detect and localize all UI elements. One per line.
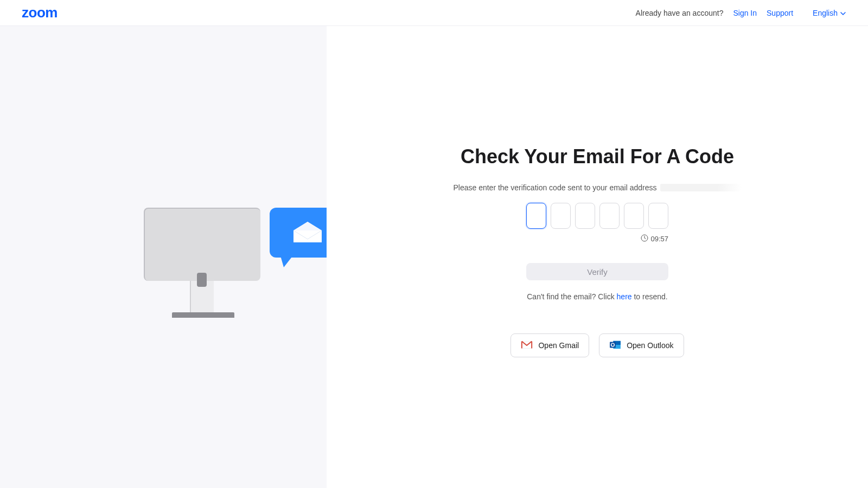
illustration-panel xyxy=(0,26,327,488)
resend-prompt: Can't find the email? Click here to rese… xyxy=(527,292,668,301)
svg-rect-3 xyxy=(610,342,616,348)
open-gmail-button[interactable]: Open Gmail xyxy=(510,333,589,357)
gmail-icon xyxy=(521,340,533,351)
account-prompt: Already have an account? xyxy=(636,9,724,17)
form-panel: Check Your Email For A Code Please enter… xyxy=(327,26,868,488)
outlook-label: Open Outlook xyxy=(627,341,673,350)
header-right: Already have an account? Sign In Support… xyxy=(636,9,846,17)
support-link[interactable]: Support xyxy=(767,9,793,17)
outlook-icon xyxy=(609,340,621,351)
resend-post: to resend. xyxy=(632,292,668,301)
speech-bubble-icon xyxy=(270,208,327,258)
resend-link[interactable]: here xyxy=(617,292,632,301)
redacted-email xyxy=(660,184,742,191)
gmail-label: Open Gmail xyxy=(538,341,579,350)
chevron-down-icon xyxy=(840,10,846,16)
page-title: Check Your Email For A Code xyxy=(461,145,734,168)
code-digit-6[interactable] xyxy=(648,203,668,229)
language-label: English xyxy=(813,9,838,17)
zoom-logo: zoom xyxy=(22,4,58,21)
main-content: Check Your Email For A Code Please enter… xyxy=(0,26,868,488)
countdown-timer: 09:57 xyxy=(526,234,668,243)
instruction-text: Please enter the verification code sent … xyxy=(453,183,741,192)
open-outlook-button[interactable]: Open Outlook xyxy=(599,333,684,357)
code-digit-4[interactable] xyxy=(599,203,620,229)
code-digit-2[interactable] xyxy=(551,203,571,229)
header: zoom Already have an account? Sign In Su… xyxy=(0,0,868,26)
instruction-label: Please enter the verification code sent … xyxy=(453,183,656,192)
resend-pre: Can't find the email? Click xyxy=(527,292,616,301)
language-selector[interactable]: English xyxy=(813,9,846,17)
clock-icon xyxy=(641,234,648,243)
verify-button[interactable]: Verify xyxy=(526,263,668,280)
code-digit-3[interactable] xyxy=(575,203,595,229)
verification-code-inputs xyxy=(526,203,668,229)
code-digit-1[interactable] xyxy=(526,203,546,229)
sign-in-link[interactable]: Sign In xyxy=(733,9,757,17)
code-digit-5[interactable] xyxy=(624,203,644,229)
computer-email-illustration xyxy=(144,208,260,281)
email-client-buttons: Open Gmail Open Outlook xyxy=(510,333,684,357)
timer-value: 09:57 xyxy=(650,235,668,243)
